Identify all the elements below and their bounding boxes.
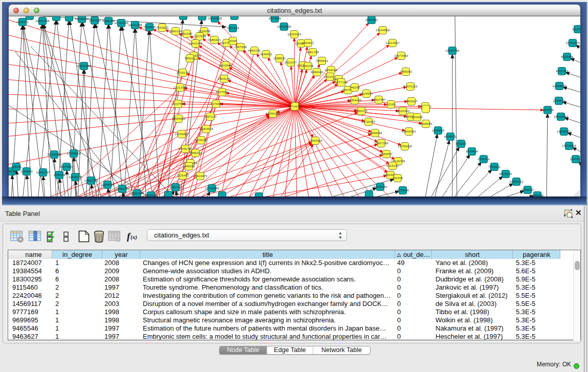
svg-text:2718176: 2718176 [177, 71, 189, 74]
svg-text:6466160: 6466160 [102, 19, 115, 23]
svg-text:9146821: 9146821 [260, 52, 273, 56]
svg-text:746266: 746266 [350, 85, 360, 89]
svg-text:1905571: 1905571 [16, 20, 29, 24]
svg-text:1440954: 1440954 [432, 128, 445, 132]
svg-text:(x): (x) [130, 234, 137, 240]
svg-text:12923446: 12923446 [130, 191, 144, 195]
svg-text:1546: 1546 [229, 39, 236, 42]
svg-text:1615132: 1615132 [386, 164, 399, 167]
svg-text:1733426: 1733426 [397, 188, 409, 192]
svg-text:10655287: 10655287 [75, 17, 89, 20]
svg-text:16782759: 16782759 [115, 187, 129, 190]
svg-text:8454749: 8454749 [248, 49, 261, 52]
svg-text:14136141: 14136141 [373, 185, 387, 188]
svg-text:9242845: 9242845 [220, 63, 232, 67]
svg-text:10688609: 10688609 [368, 131, 382, 135]
svg-text:17359928: 17359928 [67, 151, 81, 155]
svg-text:10046756: 10046756 [178, 147, 192, 150]
svg-text:16914479: 16914479 [193, 174, 207, 178]
svg-text:19584554: 19584554 [308, 139, 322, 142]
svg-text:10671355: 10671355 [128, 23, 142, 27]
svg-text:19692971: 19692971 [557, 129, 571, 133]
svg-text:9329966: 9329966 [561, 55, 574, 58]
svg-text:1054817: 1054817 [302, 41, 315, 45]
svg-text:252254: 252254 [393, 176, 403, 180]
svg-text:6794028: 6794028 [325, 68, 338, 72]
svg-text:879197: 879197 [456, 142, 467, 145]
svg-text:19218506: 19218506 [277, 25, 291, 28]
svg-text:19654925: 19654925 [171, 117, 186, 120]
svg-text:11325419: 11325419 [287, 32, 301, 36]
svg-text:6961758: 6961758 [307, 50, 319, 54]
svg-text:1167533: 1167533 [570, 157, 580, 161]
svg-text:1527602: 1527602 [89, 18, 101, 22]
svg-text:9699695: 9699695 [420, 122, 432, 125]
svg-text:3624554: 3624554 [360, 92, 373, 95]
svg-text:20691406: 20691406 [35, 19, 50, 23]
svg-text:7515525: 7515525 [143, 25, 156, 29]
svg-text:9245652: 9245652 [521, 188, 534, 191]
svg-text:1588520: 1588520 [273, 56, 286, 60]
svg-text:10807487: 10807487 [372, 98, 386, 101]
svg-text:1156819: 1156819 [20, 169, 33, 173]
svg-text:7632621: 7632621 [488, 165, 501, 168]
svg-text:12942737: 12942737 [36, 170, 50, 174]
svg-text:9463627: 9463627 [405, 99, 418, 103]
svg-text:16107554: 16107554 [171, 102, 185, 105]
svg-text:1345021: 1345021 [183, 164, 195, 168]
svg-text:7625402: 7625402 [177, 173, 189, 177]
svg-text:7357224: 7357224 [227, 26, 239, 30]
svg-text:19756928: 19756928 [398, 144, 412, 148]
svg-text:989612: 989612 [185, 56, 195, 60]
svg-text:1244415: 1244415 [553, 99, 565, 102]
svg-text:15751074: 15751074 [565, 41, 580, 45]
svg-text:8878352: 8878352 [195, 138, 208, 142]
svg-text:16643794: 16643794 [445, 49, 460, 52]
svg-text:12975115: 12975115 [403, 84, 418, 88]
svg-text:12213383: 12213383 [173, 85, 187, 89]
svg-text:2087682: 2087682 [365, 18, 378, 21]
svg-text:8938921: 8938921 [444, 135, 457, 138]
svg-text:8186323: 8186323 [208, 38, 221, 41]
svg-text:17016504: 17016504 [562, 144, 576, 147]
svg-text:8813054: 8813054 [269, 16, 281, 20]
svg-text:10654112: 10654112 [509, 180, 524, 183]
svg-text:8267130: 8267130 [204, 115, 217, 118]
svg-text:16210643: 16210643 [554, 115, 568, 118]
svg-text:5322037: 5322037 [285, 60, 297, 64]
svg-text:9474444: 9474444 [466, 149, 478, 153]
svg-text:10025433: 10025433 [396, 109, 410, 113]
svg-text:8471676: 8471676 [499, 172, 512, 176]
svg-text:150404: 150404 [412, 115, 423, 119]
svg-text:1327509: 1327509 [193, 34, 206, 38]
svg-text:2935114: 2935114 [477, 157, 490, 161]
svg-text:20364436: 20364436 [347, 98, 362, 102]
svg-text:12505135: 12505135 [68, 175, 82, 179]
svg-text:19654923: 19654923 [402, 129, 416, 133]
svg-text:17957255: 17957255 [84, 179, 98, 182]
svg-text:7663822: 7663822 [156, 26, 169, 29]
svg-text:2367608: 2367608 [234, 45, 247, 49]
svg-text:8660124: 8660124 [169, 29, 182, 33]
svg-text:9084067: 9084067 [380, 152, 393, 156]
svg-text:7955812: 7955812 [316, 59, 329, 62]
svg-text:7485063: 7485063 [400, 70, 412, 73]
svg-text:1159358: 1159358 [541, 108, 554, 112]
svg-text:12213967: 12213967 [385, 41, 400, 45]
svg-text:9245065: 9245065 [531, 193, 544, 196]
svg-text:15807249: 15807249 [374, 141, 388, 145]
svg-text:150255: 150255 [303, 64, 314, 68]
svg-text:10543362: 10543362 [188, 41, 203, 45]
svg-text:16033809: 16033809 [208, 16, 222, 20]
svg-text:18724007: 18724007 [288, 104, 302, 108]
svg-text:417006: 417006 [211, 102, 222, 105]
svg-text:12093872: 12093872 [552, 84, 567, 87]
svg-text:62160: 62160 [386, 102, 396, 106]
svg-text:9457791: 9457791 [169, 185, 182, 189]
svg-text:10958107: 10958107 [100, 183, 115, 186]
svg-text:2803144: 2803144 [218, 77, 231, 80]
svg-text:1145194: 1145194 [53, 173, 66, 177]
svg-text:535061: 535061 [11, 165, 22, 168]
svg-text:39975867: 39975867 [59, 165, 74, 168]
svg-text:15716485: 15716485 [205, 186, 219, 190]
